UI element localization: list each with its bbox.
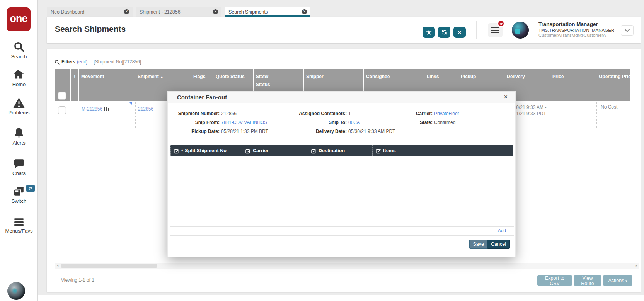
scrollbar-thumb[interactable] bbox=[61, 264, 157, 268]
ship-from-link[interactable]: 7881-CDV VALINHOS bbox=[221, 120, 267, 125]
sidebar-item-search[interactable]: Search bbox=[0, 41, 38, 60]
filters-bar: Filters (edit): [Shipment No][212856] bbox=[55, 59, 141, 65]
ship-to-label: Ship To: bbox=[289, 120, 347, 125]
movement-gantt-icon[interactable] bbox=[104, 107, 109, 111]
cell-note-corner-icon bbox=[129, 102, 132, 105]
sidebar-item-problems[interactable]: Problems bbox=[0, 97, 38, 116]
filters-edit-link[interactable]: (edit) bbox=[77, 59, 87, 65]
sort-asc-icon: ▲ bbox=[160, 75, 164, 79]
page-title: Search Shipments bbox=[55, 24, 126, 34]
user-email: CustomerATransMgr@CustomerA bbox=[538, 33, 606, 37]
badge-star-icon bbox=[499, 22, 503, 26]
chevron-down-icon bbox=[625, 29, 630, 32]
fanout-column-split-shipment-no[interactable]: *Split Shipment No bbox=[170, 145, 242, 156]
home-icon bbox=[13, 69, 25, 80]
edit-icon bbox=[245, 148, 251, 154]
sidebar-item-label: Chats bbox=[0, 170, 38, 176]
sidebar-item-chats[interactable]: Chats bbox=[0, 158, 38, 176]
filters-colon: : bbox=[87, 59, 89, 65]
carrier-label: Carrier: bbox=[375, 111, 433, 116]
table-row-operating-price-cell: No Cost bbox=[596, 101, 630, 128]
state-label: State: bbox=[375, 120, 433, 125]
close-page-button[interactable]: × bbox=[453, 27, 466, 38]
fanout-column-carrier[interactable]: Carrier bbox=[242, 145, 308, 156]
save-button[interactable]: Save bbox=[469, 240, 488, 249]
modal-title: Container Fan-out bbox=[177, 92, 227, 103]
actions-button[interactable]: Actions ▾ bbox=[603, 275, 632, 286]
chat-bubble-icon bbox=[13, 158, 25, 169]
scroll-right-arrow[interactable]: ► bbox=[634, 263, 639, 269]
switch-windows-icon bbox=[13, 186, 25, 197]
filters-label: Filters bbox=[61, 59, 75, 65]
user-name: Transportation Manager bbox=[538, 21, 598, 27]
required-asterisk: * bbox=[181, 145, 183, 156]
modal-close-icon[interactable]: × bbox=[504, 94, 508, 100]
table-row-select-cell bbox=[55, 101, 71, 128]
star-icon bbox=[426, 29, 432, 35]
shipment-number-value: 212856 bbox=[221, 111, 237, 116]
tab-close-icon[interactable]: × bbox=[302, 9, 307, 14]
select-all-checkbox[interactable] bbox=[58, 92, 66, 100]
shipment-number-label: Shipment Number: bbox=[162, 111, 220, 116]
app-window: one Search Home Problems bbox=[0, 0, 644, 301]
sidebar-item-menus-favs[interactable]: Menus/Favs bbox=[0, 218, 38, 234]
tab-label: Search Shipments bbox=[228, 9, 268, 15]
column-header-price[interactable]: Price bbox=[550, 69, 596, 101]
tab-close-icon[interactable]: × bbox=[124, 9, 129, 14]
ship-from-label: Ship From: bbox=[162, 120, 220, 125]
tab-search-shipments[interactable]: Search Shipments × bbox=[225, 7, 310, 17]
actions-caret-icon: ▾ bbox=[625, 279, 627, 283]
bell-icon bbox=[14, 127, 24, 139]
sidebar-item-alerts[interactable]: Alerts bbox=[0, 127, 38, 146]
sidebar-item-label: Search bbox=[0, 54, 38, 60]
globe-icon[interactable] bbox=[7, 282, 25, 300]
fanout-table-header: *Split Shipment No Carrier Destination I… bbox=[170, 145, 513, 156]
tab-shipment-212856[interactable]: Shipment - 212856 × bbox=[136, 7, 221, 17]
cancel-button[interactable]: Cancel bbox=[487, 240, 510, 249]
tab-label: Shipment - 212856 bbox=[140, 9, 181, 15]
state-value: Confirmed bbox=[434, 120, 455, 125]
filters-value: [Shipment No][212856] bbox=[94, 59, 141, 65]
column-header-movement[interactable]: Movement bbox=[79, 69, 135, 101]
carrier-link[interactable]: PrivateFleet bbox=[434, 111, 459, 116]
favorite-button[interactable] bbox=[423, 27, 435, 38]
viewing-count: Viewing 1-1 of 1 bbox=[61, 277, 94, 283]
refresh-icon bbox=[441, 29, 447, 35]
sidebar: one Search Home Problems bbox=[0, 0, 38, 301]
one-logo[interactable]: one bbox=[7, 7, 31, 31]
table-row-movement-cell: M-212856 bbox=[79, 101, 135, 128]
shipment-link[interactable]: 212856 bbox=[138, 106, 153, 112]
ship-to-link[interactable]: 00CA bbox=[348, 120, 360, 125]
switch-badge-icon[interactable]: ⇄ bbox=[26, 185, 35, 192]
column-header-alert[interactable]: ! bbox=[71, 69, 79, 101]
modal-titlebar: Container Fan-out × bbox=[168, 92, 515, 103]
export-to-csv-button[interactable]: Export to CSV bbox=[537, 275, 572, 286]
scroll-left-arrow[interactable]: ◄ bbox=[55, 263, 60, 269]
menu-icon bbox=[491, 27, 499, 28]
edit-icon bbox=[311, 148, 317, 154]
movement-link[interactable]: M-212856 bbox=[82, 106, 102, 112]
sidebar-item-switch[interactable]: ⇄ Switch bbox=[0, 186, 38, 204]
pickup-date-label: Pickup Date: bbox=[162, 129, 220, 134]
user-menu-button[interactable] bbox=[621, 25, 634, 36]
row-checkbox[interactable] bbox=[58, 106, 66, 114]
tab-close-icon[interactable]: × bbox=[213, 9, 218, 14]
table-row-alert-cell bbox=[71, 101, 79, 128]
delivery-date-label: Delivery Date: bbox=[289, 129, 347, 134]
refresh-button[interactable] bbox=[438, 27, 450, 38]
user-avatar[interactable] bbox=[512, 22, 529, 39]
close-icon: × bbox=[458, 29, 462, 36]
add-row-link[interactable]: Add bbox=[498, 228, 506, 233]
view-route-button[interactable]: View Route bbox=[574, 275, 601, 286]
column-header-select bbox=[55, 69, 71, 101]
header-divider bbox=[476, 21, 477, 39]
sidebar-item-home[interactable]: Home bbox=[0, 69, 38, 87]
column-header-operating-price[interactable]: Operating Price bbox=[596, 69, 630, 101]
horizontal-scrollbar[interactable]: ◄ ► bbox=[55, 263, 639, 269]
tab-neo-dashboard[interactable]: Neo Dashboard × bbox=[47, 7, 133, 17]
sidebar-item-label: Problems bbox=[0, 110, 38, 116]
filter-search-icon bbox=[55, 60, 60, 65]
fanout-column-destination[interactable]: Destination bbox=[308, 145, 372, 156]
edit-icon bbox=[174, 148, 179, 154]
fanout-column-items[interactable]: Items bbox=[372, 145, 513, 156]
